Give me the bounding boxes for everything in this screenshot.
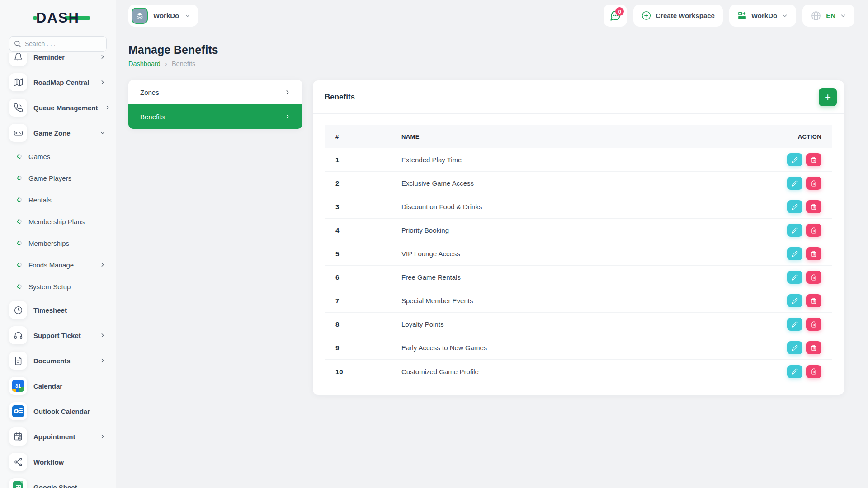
sidebar-item-label: Game Zone (33, 129, 71, 137)
pencil-icon (792, 298, 798, 304)
create-workspace-button[interactable]: Create Workspace (633, 5, 723, 27)
edit-button[interactable] (787, 200, 802, 213)
sidebar-item-game-players[interactable]: Game Players (0, 167, 116, 189)
workflow-icon (9, 453, 27, 471)
row-number: 5 (335, 250, 401, 258)
row-name: VIP Lounge Access (401, 250, 763, 258)
edit-button[interactable] (787, 153, 802, 166)
delete-button[interactable] (806, 294, 821, 307)
chevron-right-icon (99, 433, 106, 440)
sidebar-item-foods-manage[interactable]: Foods Manage (0, 254, 116, 276)
edit-button[interactable] (787, 365, 802, 378)
pencil-icon (792, 274, 798, 281)
sidebar-item-system-setup[interactable]: System Setup (0, 276, 116, 297)
edit-button[interactable] (787, 177, 802, 190)
workspace-switcher[interactable]: WorkDo (729, 5, 796, 27)
sidebar-item-game-zone[interactable]: Game Zone (0, 120, 116, 145)
sidebar-item-label: RoadMap Central (33, 79, 89, 86)
edit-button[interactable] (787, 224, 802, 237)
edit-button[interactable] (787, 294, 802, 307)
row-actions (763, 294, 821, 307)
delete-button[interactable] (806, 247, 821, 260)
sidebar-item-outlook-calendar[interactable]: Outlook Calendar (0, 399, 116, 424)
row-actions (763, 200, 821, 213)
sidebar-item-timesheet[interactable]: Timesheet (0, 297, 116, 323)
sidebar-item-google-sheet[interactable]: Google Sheet (0, 474, 116, 488)
column-number: # (335, 133, 401, 140)
row-name: Priority Booking (401, 226, 763, 234)
sidebar-search (9, 36, 107, 52)
google-sheet-icon (13, 481, 23, 488)
dot-icon (17, 197, 23, 203)
chevron-right-icon (104, 104, 111, 111)
delete-button[interactable] (806, 341, 821, 354)
breadcrumb-dashboard-link[interactable]: Dashboard (128, 60, 160, 67)
delete-button[interactable] (806, 153, 821, 166)
edit-button[interactable] (787, 341, 802, 354)
trash-icon (811, 368, 817, 375)
row-number: 4 (335, 226, 401, 234)
row-number: 9 (335, 344, 401, 352)
sidebar-item-label: Timesheet (33, 306, 67, 314)
sidebar-item-label: Memberships (28, 239, 69, 247)
delete-button[interactable] (806, 200, 821, 213)
pencil-icon (792, 204, 798, 210)
table-row: 7 Special Member Events (325, 289, 832, 313)
sidebar-item-support-ticket[interactable]: Support Ticket (0, 323, 116, 348)
delete-button[interactable] (806, 177, 821, 190)
pencil-icon (792, 180, 798, 187)
add-benefit-button[interactable]: + (819, 88, 837, 106)
messages-button[interactable]: 0 (604, 5, 627, 27)
edit-button[interactable] (787, 247, 802, 260)
map-icon (9, 73, 27, 91)
chevron-right-icon (99, 54, 106, 60)
pencil-icon (792, 157, 798, 163)
row-name: Extended Play Time (401, 156, 763, 164)
topbar-actions: 0 Create Workspace WorkDo EN (604, 5, 854, 27)
sidebar-item-calendar[interactable]: 31Calendar (0, 373, 116, 399)
sidebar-item-label: System Setup (28, 283, 71, 291)
row-actions (763, 153, 821, 166)
delete-button[interactable] (806, 318, 821, 331)
row-actions (763, 224, 821, 237)
sidebar-item-memberships[interactable]: Memberships (0, 232, 116, 254)
trash-icon (811, 204, 817, 210)
search-input[interactable] (9, 36, 107, 52)
chevron-right-icon (284, 113, 291, 120)
sidebar-item-label: Outlook Calendar (33, 408, 90, 415)
delete-button[interactable] (806, 224, 821, 237)
language-label: EN (826, 12, 835, 19)
page-title: Manage Benefits (128, 43, 218, 56)
sidebar-item-appointment[interactable]: Appointment (0, 424, 116, 449)
table-row: 4 Priority Booking (325, 219, 832, 242)
submenu-item-zones[interactable]: Zones (128, 80, 302, 104)
row-name: Loyalty Points (401, 320, 763, 328)
sidebar-item-reminder[interactable]: Reminder (0, 53, 116, 70)
sidebar-item-rentals[interactable]: Rentals (0, 189, 116, 211)
sidebar-item-label: Workflow (33, 458, 64, 466)
chevron-right-icon (99, 357, 106, 364)
row-name: Discount on Food & Drinks (401, 203, 763, 211)
table-row: 8 Loyalty Points (325, 313, 832, 336)
sidebar-item-documents[interactable]: Documents (0, 348, 116, 373)
submenu-item-benefits[interactable]: Benefits (128, 104, 302, 129)
delete-button[interactable] (806, 365, 821, 378)
table-row: 2 Exclusive Game Access (325, 172, 832, 195)
row-actions (763, 247, 821, 260)
edit-button[interactable] (787, 318, 802, 331)
pencil-icon (792, 345, 798, 351)
sidebar-item-games[interactable]: Games (0, 145, 116, 167)
row-name: Customized Game Profile (401, 368, 763, 375)
delete-button[interactable] (806, 271, 821, 284)
language-selector[interactable]: EN (802, 5, 854, 27)
edit-button[interactable] (787, 271, 802, 284)
sidebar-item-label: Game Players (28, 174, 71, 182)
sidebar-item-roadmap-central[interactable]: RoadMap Central (0, 70, 116, 95)
sidebar-item-queue-management[interactable]: Queue Management (0, 95, 116, 120)
workspace-selector[interactable]: WorkDo (128, 5, 198, 27)
chevron-down-icon (99, 130, 106, 136)
sidebar-item-workflow[interactable]: Workflow (0, 449, 116, 474)
table-row: 1 Extended Play Time (325, 148, 832, 172)
trash-icon (811, 251, 817, 257)
sidebar-item-membership-plans[interactable]: Membership Plans (0, 211, 116, 232)
